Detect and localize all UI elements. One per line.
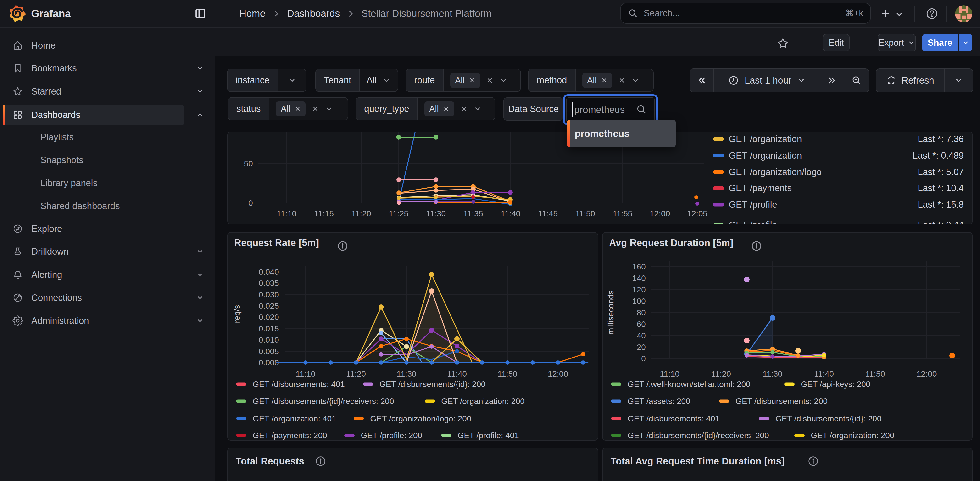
- svg-text:milliseconds: milliseconds: [606, 290, 615, 334]
- svg-text:12:00: 12:00: [548, 369, 568, 378]
- svg-text:req/s: req/s: [232, 305, 242, 323]
- svg-text:11:15: 11:15: [314, 209, 334, 218]
- svg-text:11:30: 11:30: [397, 369, 417, 378]
- svg-text:0.040: 0.040: [259, 267, 279, 276]
- svg-text:0.030: 0.030: [259, 290, 279, 299]
- svg-text:11:40: 11:40: [501, 209, 520, 218]
- svg-text:0.015: 0.015: [259, 324, 279, 333]
- svg-text:11:10: 11:10: [660, 369, 680, 378]
- svg-text:12:00: 12:00: [649, 209, 670, 218]
- svg-text:11:35: 11:35: [463, 209, 483, 218]
- svg-text:11:40: 11:40: [447, 369, 467, 378]
- svg-text:12:05: 12:05: [687, 209, 707, 218]
- svg-text:0: 0: [248, 198, 253, 207]
- svg-text:20: 20: [637, 342, 646, 352]
- svg-text:11:50: 11:50: [576, 209, 595, 218]
- svg-text:11:20: 11:20: [352, 209, 371, 218]
- svg-text:80: 80: [637, 308, 646, 317]
- svg-text:11:20: 11:20: [711, 369, 731, 378]
- svg-text:0.010: 0.010: [259, 335, 279, 344]
- svg-text:11:10: 11:10: [296, 369, 316, 378]
- svg-text:11:20: 11:20: [346, 369, 366, 378]
- svg-text:11:10: 11:10: [277, 209, 297, 218]
- svg-text:120: 120: [632, 285, 646, 294]
- svg-text:11:50: 11:50: [865, 369, 885, 378]
- svg-text:60: 60: [637, 320, 646, 328]
- svg-text:140: 140: [632, 274, 646, 283]
- svg-text:40: 40: [637, 331, 646, 340]
- svg-text:11:30: 11:30: [426, 209, 446, 218]
- svg-text:12:00: 12:00: [916, 369, 937, 378]
- svg-text:0.025: 0.025: [259, 301, 279, 311]
- svg-text:0: 0: [641, 354, 646, 363]
- svg-text:11:50: 11:50: [498, 369, 517, 378]
- svg-text:50: 50: [244, 159, 253, 168]
- svg-text:0.035: 0.035: [259, 279, 279, 288]
- svg-text:11:30: 11:30: [763, 369, 783, 378]
- svg-text:0.020: 0.020: [259, 312, 279, 322]
- svg-text:11:45: 11:45: [538, 209, 558, 218]
- svg-text:0.005: 0.005: [259, 347, 279, 356]
- svg-text:160: 160: [632, 262, 646, 271]
- svg-text:11:40: 11:40: [814, 369, 834, 378]
- svg-text:100: 100: [632, 296, 646, 306]
- svg-text:11:55: 11:55: [613, 209, 633, 218]
- svg-text:11:25: 11:25: [389, 209, 409, 218]
